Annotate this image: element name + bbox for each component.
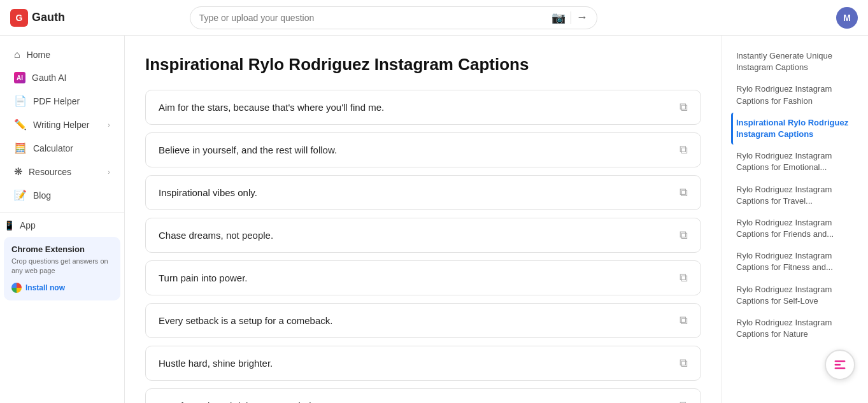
copy-icon[interactable]: ⧉ bbox=[679, 314, 688, 327]
search-input[interactable] bbox=[199, 13, 546, 23]
caption-item: Chase dreams, not people. ⧉ bbox=[145, 218, 701, 253]
toc-item[interactable]: Rylo Rodriguez Instagram Captions for Fa… bbox=[731, 79, 859, 111]
submit-arrow-icon[interactable]: → bbox=[576, 11, 588, 24]
sidebar-item-calculator[interactable]: 🧮 Calculator bbox=[4, 136, 120, 160]
blog-icon: 📝 bbox=[14, 189, 27, 201]
chevron-right-icon: › bbox=[108, 121, 110, 129]
sidebar-item-label: Home bbox=[27, 50, 50, 60]
sidebar-item-label: Resources bbox=[29, 167, 71, 177]
toc-item[interactable]: Rylo Rodriguez Instagram Captions for Na… bbox=[731, 313, 859, 344]
toc-item[interactable]: Instantly Generate Unique Instagram Capt… bbox=[731, 46, 859, 78]
float-button[interactable] bbox=[825, 350, 855, 380]
avatar[interactable]: M bbox=[836, 7, 858, 29]
sidebar: ⌂ Home AI Gauth AI 📄 PDF Helper ✏️ Writi… bbox=[0, 36, 125, 403]
toc-item[interactable]: Rylo Rodriguez Instagram Captions for Tr… bbox=[731, 180, 859, 211]
sidebar-item-blog[interactable]: 📝 Blog bbox=[4, 183, 120, 207]
caption-text: Believe in yourself, and the rest will f… bbox=[159, 145, 672, 155]
search-divider bbox=[571, 11, 571, 24]
header-right: M bbox=[836, 7, 858, 29]
copy-icon[interactable]: ⧉ bbox=[679, 399, 688, 403]
install-button[interactable]: Install now bbox=[11, 283, 113, 293]
chrome-extension-card: Chrome Extension Crop questions get answ… bbox=[4, 237, 120, 300]
chrome-ext-title: Chrome Extension bbox=[11, 244, 113, 254]
chrome-icon bbox=[11, 283, 22, 293]
header: G Gauth 📷 → M bbox=[0, 0, 868, 36]
sidebar-item-home[interactable]: ⌂ Home bbox=[4, 43, 120, 66]
sidebar-item-label: Gauth AI bbox=[32, 73, 66, 83]
toc-item[interactable]: Inspirational Rylo Rodriguez Instagram C… bbox=[731, 113, 859, 145]
copy-icon[interactable]: ⧉ bbox=[679, 357, 688, 370]
logo-icon: G bbox=[10, 9, 28, 27]
pdf-icon: 📄 bbox=[14, 95, 27, 107]
sidebar-item-label: Blog bbox=[33, 190, 51, 201]
caption-text: Your future is as bright as your mindset… bbox=[159, 400, 672, 403]
copy-icon[interactable]: ⧉ bbox=[679, 229, 688, 242]
camera-icon[interactable]: 📷 bbox=[551, 11, 566, 25]
chrome-ext-desc: Crop questions get answers on any web pa… bbox=[11, 257, 113, 276]
chevron-right-icon: › bbox=[108, 168, 110, 176]
caption-item: Inspirational vibes only. ⧉ bbox=[145, 175, 701, 210]
caption-item: Believe in yourself, and the rest will f… bbox=[145, 132, 701, 167]
caption-item: Aim for the stars, because that's where … bbox=[145, 90, 701, 125]
toc-item[interactable]: Rylo Rodriguez Instagram Captions for Em… bbox=[731, 146, 859, 178]
resources-icon: ❋ bbox=[14, 166, 22, 178]
search-bar[interactable]: 📷 → bbox=[190, 6, 597, 29]
copy-icon[interactable]: ⧉ bbox=[679, 271, 688, 285]
copy-icon[interactable]: ⧉ bbox=[679, 143, 688, 157]
caption-item: Turn pain into power. ⧉ bbox=[145, 260, 701, 295]
caption-list: Aim for the stars, because that's where … bbox=[145, 90, 701, 403]
sidebar-item-label: Writing Helper bbox=[33, 120, 89, 130]
toc-panel: Instantly Generate Unique Instagram Capt… bbox=[722, 36, 868, 403]
sidebar-item-label: PDF Helper bbox=[33, 96, 80, 106]
caption-text: Turn pain into power. bbox=[159, 272, 672, 283]
toc-item[interactable]: Rylo Rodriguez Instagram Captions for Fi… bbox=[731, 246, 859, 278]
toc-item[interactable]: Rylo Rodriguez Instagram Captions for Fr… bbox=[731, 213, 859, 244]
writing-icon: ✏️ bbox=[14, 118, 27, 131]
main-layout: ⌂ Home AI Gauth AI 📄 PDF Helper ✏️ Writi… bbox=[0, 36, 868, 403]
sidebar-item-resources[interactable]: ❋ Resources › bbox=[4, 160, 120, 183]
copy-icon[interactable]: ⧉ bbox=[679, 101, 688, 114]
logo-text: Gauth bbox=[32, 11, 65, 24]
gauth-ai-icon: AI bbox=[14, 72, 25, 83]
page-title: Inspirational Rylo Rodriguez Instagram C… bbox=[145, 55, 701, 74]
app-icon: 📱 bbox=[4, 220, 15, 230]
app-section-label: 📱 App bbox=[0, 218, 124, 233]
logo[interactable]: G Gauth bbox=[10, 9, 65, 27]
calculator-icon: 🧮 bbox=[14, 142, 27, 154]
copy-icon[interactable]: ⧉ bbox=[679, 186, 688, 199]
app-text: App bbox=[20, 220, 36, 230]
caption-item: Every setback is a setup for a comeback.… bbox=[145, 303, 701, 338]
caption-text: Aim for the stars, because that's where … bbox=[159, 102, 672, 113]
sidebar-item-label: Calculator bbox=[33, 143, 73, 153]
main-content: Inspirational Rylo Rodriguez Instagram C… bbox=[125, 36, 722, 403]
sidebar-item-gauth-ai[interactable]: AI Gauth AI bbox=[4, 66, 120, 89]
caption-text: Every setback is a setup for a comeback. bbox=[159, 315, 672, 326]
sidebar-divider bbox=[0, 212, 124, 213]
toc-item[interactable]: Rylo Rodriguez Instagram Captions for Se… bbox=[731, 279, 859, 311]
home-icon: ⌂ bbox=[14, 49, 20, 60]
caption-text: Inspirational vibes only. bbox=[159, 187, 672, 198]
caption-item: Hustle hard, shine brighter. ⧉ bbox=[145, 346, 701, 381]
caption-text: Hustle hard, shine brighter. bbox=[159, 358, 672, 369]
caption-text: Chase dreams, not people. bbox=[159, 230, 672, 241]
install-label: Install now bbox=[25, 283, 65, 292]
sidebar-item-pdf-helper[interactable]: 📄 PDF Helper bbox=[4, 89, 120, 113]
sidebar-item-writing-helper[interactable]: ✏️ Writing Helper › bbox=[4, 113, 120, 136]
caption-item: Your future is as bright as your mindset… bbox=[145, 388, 701, 403]
